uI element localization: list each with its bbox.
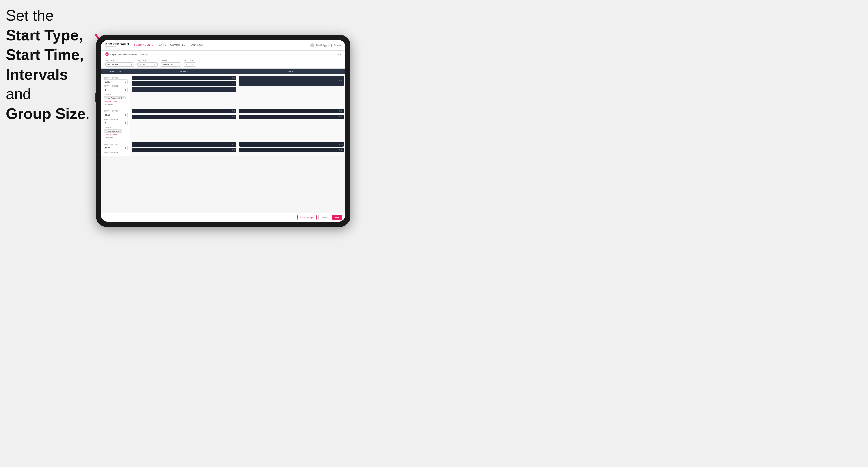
group-3-starting-time-value: 10:20 (105, 147, 110, 149)
group-2-time-down[interactable]: ▼ (125, 115, 126, 116)
group-2-team2-slot-2-edit[interactable]: ⊙ (341, 116, 343, 118)
breadcrumb-bar: C Clippd Invitational (Mock) › Hosting B… (101, 51, 345, 58)
group-3-team1-slot-1-edit[interactable]: ⊙ (234, 143, 235, 145)
group-1-team1-slot-2-x[interactable]: ✕ (231, 83, 233, 85)
group-2-starting-time-value: 10:10 (105, 114, 110, 116)
cancel-button[interactable]: Cancel (318, 215, 330, 220)
group-2-team1-slot-1[interactable]: ✕ ⊙ (132, 109, 236, 114)
group-2-team2-slot-2[interactable]: ✕ ⊙ (239, 115, 344, 119)
group-1-team1-slot-1-edit[interactable]: ⊙ (234, 77, 235, 79)
save-button[interactable]: Save (332, 215, 342, 220)
group-size-value: 3 (186, 63, 187, 66)
group-2-team2-slot-1-controls: ✕ ⊙ (339, 110, 343, 112)
group-3-starting-time-input[interactable]: 10:20 ▲ ▼ (103, 146, 128, 150)
group-2-starting-time-input[interactable]: 10:10 ▲ ▼ (103, 113, 128, 117)
group-1-course-remove[interactable]: ✕ (123, 97, 124, 99)
group-3-team2-slot-1-x[interactable]: ✕ (339, 143, 341, 145)
annotation-bold-start-time: Start Time, (6, 46, 84, 63)
group-2-add-link[interactable]: + Add Group (103, 137, 114, 138)
group-2-team1-slot-2-edit[interactable]: ⊙ (234, 116, 235, 118)
sign-out-link[interactable]: Sign out (334, 44, 341, 46)
group-3-team1-slot-2-edit[interactable]: ⊙ (234, 149, 235, 151)
group-2-team1-slot-1-x[interactable]: ✕ (231, 110, 233, 112)
nav-links: TOURNAMENTS TEAMS COMMITTEE RANKINGS (134, 43, 310, 48)
nav-right: blair@clippd.io | Sign out (310, 43, 341, 48)
group-1-add-link[interactable]: + Add Group (103, 103, 114, 105)
group-2-remove-link[interactable]: ○ Remove Group (103, 134, 117, 135)
group-2-hole-stepper: ▲ ▼ (125, 122, 126, 124)
group-3-team2-slot-1-edit[interactable]: ⊙ (341, 143, 343, 145)
intervals-value: 10 Minutes (162, 63, 173, 66)
group-2-hole-value: 1 (105, 122, 106, 124)
group-3-team2-panel: ✕ ⊙ ✕ ⊙ (238, 141, 345, 156)
group-1-team1-slot-1-x[interactable]: ✕ (231, 77, 233, 79)
group-3-team2-slot-2-x[interactable]: ✕ (339, 149, 341, 151)
nav-rankings[interactable]: RANKINGS (190, 43, 203, 48)
group-row: STARTING TIME: 10:20 ▲ ▼ STARTING HOLE: … (101, 141, 345, 156)
back-button[interactable]: Back (336, 53, 341, 56)
group-1-hole-input[interactable]: 1 ▲ ▼ (103, 88, 128, 92)
group-1-time-down[interactable]: ▼ (125, 82, 126, 83)
group-1-team1-slot-3[interactable] (132, 87, 236, 92)
group-1-hole-down[interactable]: ▼ (125, 90, 126, 91)
start-time-select[interactable]: 10:00 ⊙ (137, 62, 158, 67)
group-1-team1-slot-1[interactable]: ✕ ⊙ (132, 75, 236, 80)
nav-tournaments[interactable]: TOURNAMENTS (134, 43, 153, 48)
nav-committee[interactable]: COMMITTEE (170, 43, 186, 48)
group-2-left-panel: STARTING TIME: 10:10 ▲ ▼ STARTING HOLE: … (101, 107, 130, 140)
group-1-hole-value: 1 (105, 89, 106, 91)
group-2-add-action: + Add Group (103, 137, 128, 138)
group-3-team2-slot-1[interactable]: ✕ ⊙ (239, 142, 344, 147)
group-1-team2-slot-1[interactable]: ✕ ⊙ (239, 75, 344, 86)
main-content: STARTING TIME: 10:00 ▲ ▼ STARTING HOLE: … (101, 74, 345, 213)
group-3-starting-time-label: STARTING TIME: (103, 143, 128, 145)
action-bar: Reset Changes Cancel Save (101, 213, 345, 222)
group-size-select[interactable]: 3 ▼ (184, 62, 195, 67)
header-tee-time: Tee Time (101, 69, 130, 74)
group-2-team2-slot-1[interactable]: ✕ ⊙ (239, 109, 344, 114)
reset-button[interactable]: Reset Changes (298, 215, 317, 220)
group-2-course-name: East Lake GC (108, 130, 119, 132)
intervals-select[interactable]: 10 Minutes ⊙ (160, 62, 181, 67)
group-2-hole-down[interactable]: ▼ (125, 123, 126, 124)
group-2-course-label: COURSE: (103, 126, 128, 128)
group-3-team1-slot-1[interactable]: ✕ ⊙ (132, 142, 236, 147)
group-2-course-remove[interactable]: ✕ (120, 130, 121, 132)
group-2-team2-slot-2-x[interactable]: ✕ (339, 116, 341, 118)
group-2-team2-slot-1-edit[interactable]: ⊙ (341, 110, 343, 112)
group-3-hole-label: STARTING HOLE: (103, 152, 128, 153)
group-size-field: Group Size 3 ▼ (184, 60, 195, 67)
intervals-arrow: ⊙ (178, 63, 179, 65)
group-1-team2-x[interactable]: ✕ (339, 80, 341, 82)
group-2-team1-slot-2-controls: ✕ ⊙ (231, 116, 235, 118)
group-2-team1-slot-2-x[interactable]: ✕ (231, 116, 233, 118)
intervals-field: Intervals 10 Minutes ⊙ (160, 60, 181, 67)
start-type-select[interactable]: 1st Tee Start ▼ (105, 62, 134, 67)
group-1-course-tag: 🏌 (A) Peachtree GC ✕ (103, 96, 126, 99)
group-1-remove-link[interactable]: ○ Remove Group (103, 101, 117, 102)
group-2-team1-slot-2[interactable]: ✕ ⊙ (132, 115, 236, 119)
group-2-team1-slot-1-edit[interactable]: ⊙ (234, 110, 235, 112)
group-3-left-panel: STARTING TIME: 10:20 ▲ ▼ STARTING HOLE: (101, 141, 130, 156)
group-2-hole-input[interactable]: 1 ▲ ▼ (103, 121, 128, 125)
group-1-team1-slot-2-edit[interactable]: ⊙ (234, 83, 235, 85)
group-1-starting-time-value: 10:00 (105, 81, 110, 83)
group-3-team1-slot-2[interactable]: ✕ ⊙ (132, 148, 236, 152)
group-3-team2-slot-2-edit[interactable]: ⊙ (341, 149, 343, 151)
breadcrumb-tournament[interactable]: Clippd Invitational (Mock) (111, 53, 137, 56)
group-1-team2-edit[interactable]: ⊙ (341, 80, 343, 82)
group-2-team2-slot-1-x[interactable]: ✕ (339, 110, 341, 112)
logo-sub: Powered by clipp'd (105, 46, 129, 48)
group-1-course-label: COURSE: (103, 93, 128, 95)
group-3-team1-slot-2-x[interactable]: ✕ (231, 149, 233, 151)
group-3-time-down[interactable]: ▼ (125, 148, 126, 150)
start-type-field: Start Type 1st Tee Start ▼ (105, 60, 134, 67)
group-2-hole-label: STARTING HOLE: (103, 118, 128, 120)
group-3-team2-slot-2[interactable]: ✕ ⊙ (239, 148, 344, 152)
logo-c: C (106, 53, 107, 55)
group-1-team1-slot-2[interactable]: ✕ ⊙ (132, 82, 236, 86)
group-2-team2-panel: ✕ ⊙ ✕ ⊙ (238, 107, 345, 140)
nav-teams[interactable]: TEAMS (157, 43, 166, 48)
group-1-starting-time-input[interactable]: 10:00 ▲ ▼ (103, 80, 128, 84)
group-3-team1-slot-1-x[interactable]: ✕ (231, 143, 233, 145)
